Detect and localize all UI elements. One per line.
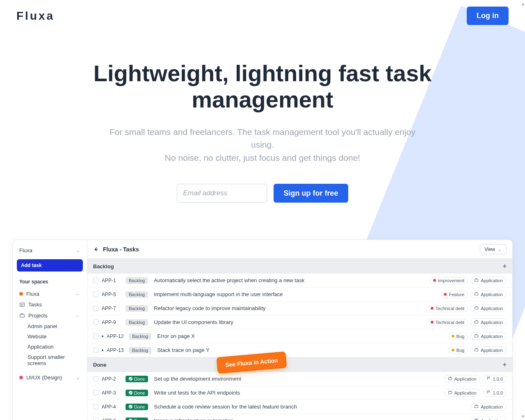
task-id: APP-5: [102, 292, 122, 297]
task-title: Improve infrastructure automation: [154, 418, 467, 420]
task-row[interactable]: APP-4DoneSchedule a code review session …: [87, 400, 512, 414]
add-task-button[interactable]: Add task: [17, 259, 83, 272]
spaces-heading: Your spaces: [19, 279, 80, 285]
sidebar-item-uiux[interactable]: UI/UX (Design) ⌄: [17, 372, 83, 383]
workspace-selector[interactable]: Fluxa ⌄: [17, 245, 83, 259]
task-title: Implement multi-language support in the …: [154, 291, 437, 297]
type-pill: Technical debt: [427, 305, 468, 312]
task-checkbox[interactable]: [93, 292, 98, 297]
task-title: Error on page X: [157, 333, 444, 339]
task-checkbox[interactable]: [93, 418, 98, 420]
task-title: Stack trace on page Y: [157, 347, 444, 353]
type-pill: Technical debt: [427, 319, 468, 326]
svg-rect-8: [448, 378, 452, 380]
hero-subtitle-1: For small teams and freelancers. The tas…: [103, 126, 422, 151]
blocker-indicator-icon: [102, 349, 103, 351]
briefcase-icon: [474, 292, 479, 297]
task-checkbox[interactable]: [93, 306, 98, 311]
section-header-done: Done +: [87, 357, 512, 372]
space-color-dot: [19, 376, 23, 379]
sidebar-item-label: Fluxa: [26, 291, 39, 297]
login-button[interactable]: Log in: [467, 7, 509, 25]
type-color-dot: [452, 335, 454, 338]
sidebar-item-label: UI/UX (Design): [26, 374, 62, 381]
task-checkbox[interactable]: [93, 333, 98, 339]
task-row[interactable]: APP-5BacklogImplement multi-language sup…: [87, 288, 512, 301]
hero-subtitle-2: No noise, no clutter, just focus and get…: [103, 151, 422, 164]
status-chip: Done: [126, 404, 148, 410]
project-pill: Application: [470, 304, 507, 312]
task-checkbox[interactable]: [93, 320, 98, 325]
view-button[interactable]: View ⌄: [480, 244, 507, 254]
brand-logo[interactable]: Fluxa: [16, 9, 55, 23]
scrollbar-up-icon[interactable]: ▴: [522, 1, 524, 7]
task-checkbox[interactable]: [93, 404, 98, 409]
task-checkbox[interactable]: [93, 278, 98, 283]
type-color-dot: [431, 307, 434, 310]
scrollbar-down-icon[interactable]: ▾: [522, 413, 524, 419]
status-chip: Backlog: [126, 319, 148, 326]
svg-rect-1: [20, 315, 25, 317]
sidebar-item-website[interactable]: Website: [17, 331, 83, 342]
email-input[interactable]: [177, 184, 267, 203]
view-button-label: View: [484, 247, 495, 252]
task-id: APP-3: [102, 390, 122, 396]
task-checkbox[interactable]: [93, 390, 98, 395]
task-checkbox[interactable]: [93, 347, 98, 353]
task-row[interactable]: APP-1BacklogAutomatically select the act…: [87, 274, 512, 288]
sidebar-item-tasks[interactable]: Tasks: [17, 299, 83, 310]
task-row[interactable]: APP-8DoneImprove infrastructure automati…: [87, 414, 512, 420]
hero-title: Lightweight, lightning fast task managem…: [78, 60, 447, 113]
status-chip: Backlog: [126, 305, 148, 312]
status-chip: Backlog: [126, 277, 148, 284]
signup-button[interactable]: Sign up for free: [274, 184, 348, 203]
project-pill: Application: [470, 276, 507, 284]
task-checkbox[interactable]: [93, 376, 98, 381]
status-chip: Done: [126, 376, 148, 382]
version-pill: 1.0.0: [483, 389, 507, 397]
project-pill: Application: [470, 318, 507, 326]
sidebar-item-fluxa[interactable]: Fluxa ︿: [17, 288, 83, 299]
task-id: APP-7: [102, 306, 122, 311]
task-title: Write unit tests for the API endpoints: [154, 390, 441, 396]
svg-rect-2: [475, 279, 478, 282]
task-row[interactable]: APP-7BacklogRefactor legacy code to impr…: [87, 301, 512, 315]
sidebar-item-application[interactable]: Application: [17, 342, 83, 352]
type-color-dot: [452, 349, 454, 352]
version-pill: 1.0.0: [483, 375, 507, 383]
briefcase-icon: [474, 404, 479, 409]
task-row[interactable]: APP-13BacklogStack trace on page YBugApp…: [87, 343, 512, 357]
status-chip: Done: [126, 418, 148, 420]
svg-rect-0: [20, 303, 25, 306]
svg-rect-4: [475, 307, 478, 310]
task-title: Refactor legacy code to improve maintain…: [154, 305, 424, 311]
chevron-down-icon: ⌄: [498, 246, 502, 252]
sidebar-item-projects[interactable]: Projects ︿: [17, 310, 83, 321]
task-id: APP-13: [107, 347, 126, 353]
tasks-icon: [19, 302, 25, 308]
back-arrow-icon[interactable]: [93, 247, 99, 252]
add-task-icon[interactable]: +: [503, 361, 507, 368]
section-header-backlog: Backlog +: [87, 259, 512, 274]
briefcase-icon: [19, 313, 25, 318]
add-task-icon[interactable]: +: [503, 262, 507, 270]
briefcase-icon: [474, 278, 479, 283]
sidebar-item-support-smaller[interactable]: Support smaller screens: [17, 352, 83, 368]
svg-rect-10: [475, 406, 478, 408]
svg-rect-3: [475, 293, 478, 296]
chevron-down-icon: ⌄: [76, 374, 80, 381]
task-row[interactable]: APP-3DoneWrite unit tests for the API en…: [87, 386, 512, 400]
sidebar-item-admin-panel[interactable]: Admin panel: [17, 321, 83, 331]
task-row[interactable]: APP-9BacklogUpdate the UI components lib…: [87, 315, 512, 329]
task-row[interactable]: APP-12BacklogError on page XBugApplicati…: [87, 329, 512, 343]
project-pill: Application: [444, 375, 480, 383]
type-color-dot: [444, 293, 447, 296]
sidebar-item-label: Support smaller screens: [27, 354, 80, 366]
type-pill: Improvement: [429, 277, 468, 284]
project-pill: Application: [470, 403, 507, 411]
sidebar-item-label: Website: [27, 333, 47, 340]
flag-icon: [486, 376, 491, 381]
briefcase-icon: [474, 333, 479, 339]
task-row[interactable]: APP-2DoneSet up the development environm…: [87, 372, 512, 386]
briefcase-icon: [474, 418, 479, 420]
